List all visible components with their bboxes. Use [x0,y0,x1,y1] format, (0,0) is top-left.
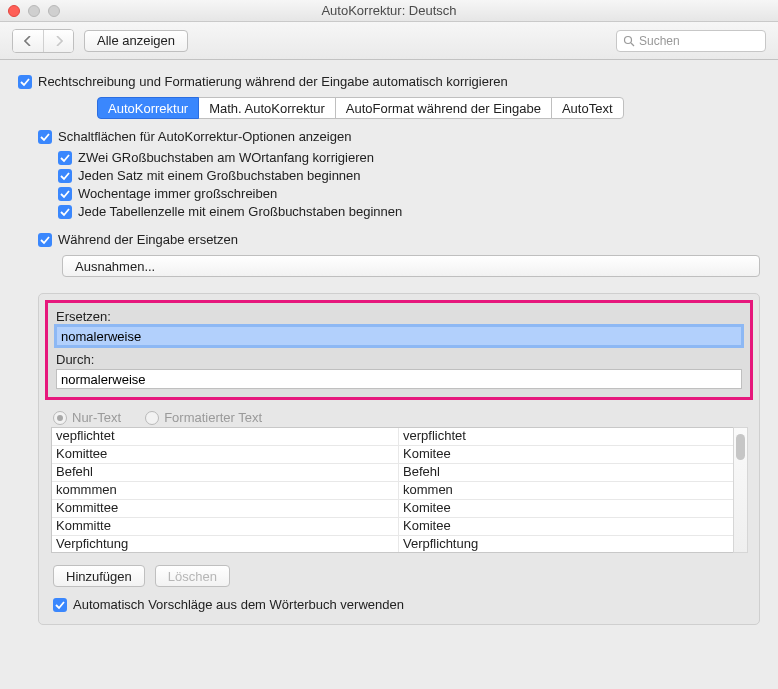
exceptions-button[interactable]: Ausnahmen... [62,255,760,277]
checkbox-checked-icon [58,205,72,219]
formatted-text-radio[interactable]: Formatierter Text [145,410,262,425]
table-cell-from: Komittee [52,446,399,463]
auto-suggest-checkbox[interactable]: Automatisch Vorschläge aus dem Wörterbuc… [53,597,759,612]
table-cell-from: kommmen [52,482,399,499]
chevron-left-icon [24,36,32,46]
two-caps-checkbox[interactable]: ZWei GRoßbuchstaben am WOrtanfang korrig… [58,150,760,165]
show-all-button[interactable]: Alle anzeigen [84,30,188,52]
table-cell-to: kommen [399,482,746,499]
table-cell-from: Befehl [52,464,399,481]
traffic-lights [8,5,60,17]
table-cell-to: Komitee [399,446,746,463]
titlebar: AutoKorrektur: Deutsch [0,0,778,22]
radio-selected-icon [53,411,67,425]
plain-text-radio-label: Nur-Text [72,410,121,425]
table-cell-to: verpflichtet [399,428,746,445]
window-title: AutoKorrektur: Deutsch [0,3,778,18]
tab-bar: AutoKorrektur Math. AutoKorrektur AutoFo… [98,97,760,119]
toolbar: Alle anzeigen Suchen [0,22,778,60]
tab-autokorrektur[interactable]: AutoKorrektur [97,97,199,119]
table-row[interactable]: vepflichtetverpflichtet [52,428,746,446]
auto-suggest-label: Automatisch Vorschläge aus dem Wörterbuc… [73,597,404,612]
replace-input[interactable] [56,326,742,346]
tab-autotext[interactable]: AutoText [551,97,624,119]
table-row[interactable]: KommitteeKomitee [52,500,746,518]
checkbox-checked-icon [38,130,52,144]
tab-math-autokorrektur[interactable]: Math. AutoKorrektur [198,97,336,119]
table-row[interactable]: kommmenkommen [52,482,746,500]
add-button[interactable]: Hinzufügen [53,565,145,587]
with-label: Durch: [56,352,742,367]
table-cell-to: Komitee [399,500,746,517]
top-autocorrect-checkbox-row[interactable]: Rechtschreibung und Formatierung während… [18,74,760,89]
checkbox-checked-icon [58,169,72,183]
replace-group: Ersetzen: Durch: Nur-Text Formatierter T… [38,293,760,625]
table-cell-cap-checkbox[interactable]: Jede Tabellenzelle mit einem Großbuchsta… [58,204,760,219]
table-cell-to: Befehl [399,464,746,481]
replace-label: Ersetzen: [56,309,742,324]
checkbox-checked-icon [58,151,72,165]
two-caps-label: ZWei GRoßbuchstaben am WOrtanfang korrig… [78,150,374,165]
scrollbar[interactable] [733,427,748,553]
search-icon [623,35,635,47]
scrollbar-thumb[interactable] [736,434,745,460]
close-window-button[interactable] [8,5,20,17]
table-cell-to: Komitee [399,518,746,535]
table-cell-cap-label: Jede Tabellenzelle mit einem Großbuchsta… [78,204,402,219]
sentence-cap-label: Jeden Satz mit einem Großbuchstaben begi… [78,168,361,183]
top-autocorrect-label: Rechtschreibung und Formatierung während… [38,74,508,89]
replacements-table[interactable]: vepflichtetverpflichtetKomitteeKomiteeBe… [51,427,747,553]
replace-fields-highlight: Ersetzen: Durch: [45,300,753,400]
table-cell-from: vepflichtet [52,428,399,445]
search-input[interactable]: Suchen [616,30,766,52]
radio-unselected-icon [145,411,159,425]
nav-segment [12,29,74,53]
delete-button[interactable]: Löschen [155,565,230,587]
forward-button[interactable] [43,30,73,52]
checkbox-checked-icon [18,75,32,89]
replace-while-typing-checkbox[interactable]: Während der Eingabe ersetzen [38,232,760,247]
minimize-window-button[interactable] [28,5,40,17]
table-cell-from: Verpfichtung [52,536,399,553]
svg-point-0 [625,36,632,43]
tab-autoformat[interactable]: AutoFormat während der Eingabe [335,97,552,119]
table-row[interactable]: KomitteeKomitee [52,446,746,464]
checkbox-checked-icon [58,187,72,201]
show-autocorrect-buttons-checkbox[interactable]: Schaltflächen für AutoKorrektur-Optionen… [38,129,760,144]
table-cell-to: Verpflichtung [399,536,746,553]
formatted-text-radio-label: Formatierter Text [164,410,262,425]
table-cell-from: Kommittee [52,500,399,517]
table-row[interactable]: KommitteKomitee [52,518,746,536]
weekdays-cap-checkbox[interactable]: Wochentage immer großschreiben [58,186,760,201]
table-row[interactable]: BefehlBefehl [52,464,746,482]
table-row[interactable]: VerpfichtungVerpflichtung [52,536,746,553]
show-autocorrect-buttons-label: Schaltflächen für AutoKorrektur-Optionen… [58,129,351,144]
with-input[interactable] [56,369,742,389]
search-placeholder: Suchen [639,34,680,48]
replace-while-typing-label: Während der Eingabe ersetzen [58,232,238,247]
sentence-cap-checkbox[interactable]: Jeden Satz mit einem Großbuchstaben begi… [58,168,760,183]
checkbox-checked-icon [38,233,52,247]
checkbox-checked-icon [53,598,67,612]
table-cell-from: Kommitte [52,518,399,535]
plain-text-radio[interactable]: Nur-Text [53,410,121,425]
zoom-window-button[interactable] [48,5,60,17]
format-radio-group: Nur-Text Formatierter Text [39,404,759,427]
weekdays-cap-label: Wochentage immer großschreiben [78,186,277,201]
chevron-right-icon [55,36,63,46]
back-button[interactable] [13,30,43,52]
svg-line-1 [631,43,634,46]
